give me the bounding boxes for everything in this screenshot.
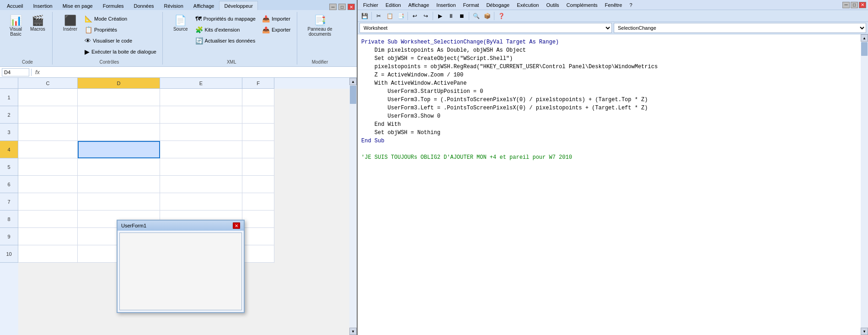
vbe-tb-objects[interactable]: 📦 — [482, 11, 492, 21]
row-num-9[interactable]: 9 — [0, 228, 18, 245]
col-header-c[interactable]: C — [18, 78, 78, 89]
col-header-f[interactable]: F — [242, 78, 274, 89]
row-num-8[interactable]: 8 — [0, 211, 18, 228]
vertical-scrollbar[interactable]: ▲ ▼ — [349, 78, 357, 335]
excel-close-btn[interactable]: ✕ — [348, 4, 355, 10]
tab-affichage[interactable]: Affichage — [188, 1, 220, 10]
cell-c10[interactable] — [18, 245, 78, 263]
macros-button[interactable]: 🎬 Macros — [27, 14, 48, 33]
vbe-menu-help[interactable]: ? — [626, 1, 636, 9]
vbe-menu-outils[interactable]: Outils — [542, 1, 563, 9]
vbe-object-selector[interactable]: Worksheet — [359, 23, 612, 33]
vbe-menu-edition[interactable]: Edition — [382, 1, 405, 9]
cell-d5[interactable] — [78, 158, 160, 176]
vbe-close-btn[interactable]: ✕ — [859, 2, 866, 8]
cell-f3[interactable] — [242, 124, 274, 141]
exporter-button[interactable]: 📤 Exporter — [260, 25, 293, 35]
tab-donnees[interactable]: Données — [129, 1, 159, 10]
vbe-menu-insertion[interactable]: Insertion — [433, 1, 459, 9]
cell-c7[interactable] — [18, 193, 78, 211]
actualiser-button[interactable]: 🔄 Actualiser les données — [193, 36, 258, 46]
row-num-1[interactable]: 1 — [0, 89, 18, 106]
cell-e4[interactable] — [160, 141, 242, 158]
vbe-tb-find[interactable]: 🔍 — [471, 11, 481, 21]
scroll-up-btn[interactable]: ▲ — [349, 78, 357, 85]
tab-formules[interactable]: Formules — [98, 1, 129, 10]
row-num-6[interactable]: 6 — [0, 176, 18, 193]
vbe-event-selector[interactable]: SelectionChange — [614, 23, 866, 33]
visual-basic-button[interactable]: 📊 VisualBasic — [6, 14, 25, 38]
cell-f1[interactable] — [242, 89, 274, 106]
proprietes-mappage-button[interactable]: 🗺 Propriétés du mappage — [193, 14, 258, 24]
vbe-tb-save[interactable]: 💾 — [359, 11, 370, 21]
inserer-button[interactable]: ⬛ Insérer — [60, 14, 80, 33]
scroll-down-btn[interactable]: ▼ — [349, 328, 357, 335]
cell-f9[interactable] — [242, 228, 274, 245]
vbe-tb-help[interactable]: ❓ — [496, 11, 506, 21]
row-num-10[interactable]: 10 — [0, 245, 18, 263]
vbe-menu-fenetre[interactable]: Fenêtre — [601, 1, 626, 9]
cell-d1[interactable] — [78, 89, 160, 106]
row-num-3[interactable]: 3 — [0, 124, 18, 141]
cell-f2[interactable] — [242, 106, 274, 124]
row-num-4[interactable]: 4 — [0, 141, 18, 158]
cell-d3[interactable] — [78, 124, 160, 141]
excel-minimize-btn[interactable]: ─ — [329, 4, 337, 10]
cell-f10[interactable] — [242, 245, 274, 263]
source-button[interactable]: 📄 Source — [170, 14, 191, 33]
kits-extension-button[interactable]: 🧩 Kits d'extension — [193, 25, 258, 35]
vbe-tb-pause[interactable]: ⏸ — [446, 11, 456, 21]
cell-f4[interactable] — [242, 141, 274, 158]
vbe-tb-paste[interactable]: 📑 — [396, 11, 406, 21]
cell-e7[interactable] — [160, 193, 242, 211]
cell-d7[interactable] — [78, 193, 160, 211]
mode-creation-button[interactable]: 📐 Mode Création — [82, 14, 159, 24]
vbe-vertical-scrollbar[interactable]: ▲ ▼ — [861, 34, 868, 335]
excel-restore-btn[interactable]: □ — [338, 4, 346, 10]
vbe-menu-affichage[interactable]: Affichage — [405, 1, 433, 9]
cell-c2[interactable] — [18, 106, 78, 124]
vbe-menu-complements[interactable]: Compléments — [563, 1, 601, 9]
vbe-tb-cut[interactable]: ✂ — [374, 11, 384, 21]
tab-insertion[interactable]: Insertion — [28, 1, 57, 10]
vbe-scroll-up[interactable]: ▲ — [861, 34, 868, 42]
cell-e2[interactable] — [160, 106, 242, 124]
vbe-menu-execution[interactable]: Exécution — [513, 1, 542, 9]
cell-c4[interactable] — [18, 141, 78, 158]
proprietes-button[interactable]: 📋 Propriétés — [82, 25, 159, 35]
cell-e1[interactable] — [160, 89, 242, 106]
cell-f8[interactable] — [242, 211, 274, 228]
cell-d2[interactable] — [78, 106, 160, 124]
cell-c1[interactable] — [18, 89, 78, 106]
vbe-scroll-down[interactable]: ▼ — [861, 328, 868, 335]
vbe-tb-stop[interactable]: ⏹ — [457, 11, 467, 21]
cell-c3[interactable] — [18, 124, 78, 141]
scroll-track[interactable] — [349, 85, 357, 328]
vbe-tb-copy[interactable]: 📋 — [385, 11, 395, 21]
vbe-tb-undo[interactable]: ↩ — [410, 11, 420, 21]
cell-e6[interactable] — [160, 176, 242, 193]
cell-reference-input[interactable] — [2, 68, 29, 76]
cell-c6[interactable] — [18, 176, 78, 193]
cell-d6[interactable] — [78, 176, 160, 193]
cell-f5[interactable] — [242, 158, 274, 176]
cell-e3[interactable] — [160, 124, 242, 141]
tab-developpeur[interactable]: Développeur — [219, 1, 257, 10]
row-num-5[interactable]: 5 — [0, 158, 18, 176]
tab-revision[interactable]: Révision — [159, 1, 188, 10]
executer-dialog-button[interactable]: ▶ Exécuter la boite de dialogue — [82, 47, 159, 57]
tab-mise-en-page[interactable]: Mise en page — [58, 1, 98, 10]
vbe-restore-btn[interactable]: □ — [851, 2, 858, 8]
code-editor[interactable]: Private Sub Worksheet_SelectionChange(By… — [358, 34, 861, 335]
vbe-minimize-btn[interactable]: ─ — [842, 2, 850, 8]
vbe-tb-redo[interactable]: ↪ — [421, 11, 431, 21]
cell-c5[interactable] — [18, 158, 78, 176]
vbe-menu-debogage[interactable]: Débogage — [482, 1, 513, 9]
cell-f6[interactable] — [242, 176, 274, 193]
col-header-e[interactable]: E — [160, 78, 242, 89]
visualiser-code-button[interactable]: 👁 Visualiser le code — [82, 36, 159, 46]
vbe-menu-format[interactable]: Format — [460, 1, 483, 9]
panneau-docs-button[interactable]: 📑 Panneau dedocuments — [305, 14, 336, 38]
vbe-tb-run[interactable]: ▶ — [435, 11, 445, 21]
cell-f7[interactable] — [242, 193, 274, 211]
